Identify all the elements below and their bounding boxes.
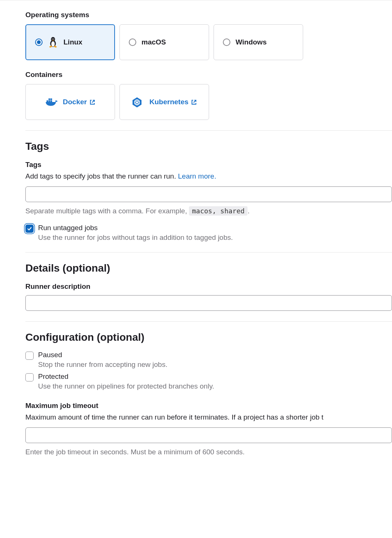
os-card-linux[interactable]: Linux [25, 24, 115, 60]
radio-windows[interactable] [223, 38, 230, 46]
os-label-macos: macOS [141, 38, 166, 46]
paused-hint: Stop the runner from accepting new jobs. [38, 361, 167, 369]
radio-linux[interactable] [35, 38, 43, 46]
runner-form: Operating systems Linux [0, 0, 392, 469]
svg-rect-12 [49, 98, 50, 100]
external-link-icon [89, 99, 96, 105]
run-untagged-checkbox[interactable] [25, 225, 34, 233]
os-cards-row: Linux macOS Windows [25, 24, 392, 60]
svg-point-6 [53, 39, 54, 39]
protected-hint: Use the runner on pipelines for protecte… [38, 382, 214, 390]
tags-help: Add tags to specify jobs that the runner… [25, 171, 392, 182]
docker-text: Docker [63, 98, 87, 106]
tags-label: Tags [25, 161, 392, 169]
linux-icon [48, 37, 58, 48]
tags-hint-code: macos, shared [189, 206, 248, 216]
svg-rect-11 [50, 101, 52, 102]
run-untagged-hint: Use the runner for jobs without tags in … [38, 234, 233, 242]
protected-row: Protected Use the runner on pipelines fo… [25, 372, 392, 390]
os-section-title: Operating systems [25, 11, 392, 19]
os-label-windows: Windows [236, 38, 267, 46]
external-link-icon [191, 99, 197, 105]
run-untagged-label: Run untagged jobs [38, 224, 233, 232]
kubernetes-icon [131, 97, 144, 107]
container-card-kubernetes[interactable]: Kubernetes [119, 84, 209, 120]
svg-rect-9 [47, 101, 48, 102]
runner-desc-label: Runner description [25, 282, 392, 291]
run-untagged-row: Run untagged jobs Use the runner for job… [25, 224, 392, 242]
tags-hint-suffix: . [248, 207, 249, 215]
timeout-hint: Enter the job timeout in seconds. Must b… [25, 447, 392, 458]
radio-macos[interactable] [129, 38, 136, 46]
svg-rect-13 [50, 98, 52, 100]
paused-checkbox[interactable] [25, 352, 34, 360]
divider [25, 252, 392, 253]
os-card-macos[interactable]: macOS [119, 24, 209, 60]
container-label-docker: Docker [63, 98, 95, 106]
divider [25, 321, 392, 322]
containers-row: Docker [25, 84, 392, 120]
timeout-help: Maximum amount of time the runner can ru… [25, 412, 392, 423]
svg-point-5 [52, 39, 53, 39]
container-card-docker[interactable]: Docker [25, 84, 115, 120]
timeout-input[interactable] [25, 427, 392, 443]
timeout-label: Maximum job timeout [25, 402, 392, 410]
container-label-kubernetes: Kubernetes [149, 98, 197, 106]
os-label-linux: Linux [63, 38, 83, 46]
paused-row: Paused Stop the runner from accepting ne… [25, 351, 392, 369]
tags-help-text: Add tags to specify jobs that the runner… [25, 172, 178, 180]
details-heading: Details (optional) [25, 262, 392, 274]
containers-section-title: Containers [25, 71, 392, 79]
config-heading: Configuration (optional) [25, 331, 392, 343]
protected-label: Protected [38, 372, 214, 381]
paused-label: Paused [38, 351, 167, 359]
tags-hint: Separate multiple tags with a comma. For… [25, 206, 392, 217]
kubernetes-text: Kubernetes [149, 98, 189, 106]
svg-rect-10 [49, 101, 50, 102]
divider [25, 130, 392, 131]
svg-point-2 [51, 41, 55, 47]
runner-desc-input[interactable] [25, 295, 392, 311]
tags-learn-more-link[interactable]: Learn more. [178, 172, 216, 180]
tags-hint-prefix: Separate multiple tags with a comma. For… [25, 207, 189, 215]
protected-checkbox[interactable] [25, 373, 34, 381]
docker-icon [45, 97, 57, 107]
tags-heading: Tags [25, 140, 392, 152]
tags-input[interactable] [25, 186, 392, 202]
os-card-windows[interactable]: Windows [214, 24, 303, 60]
